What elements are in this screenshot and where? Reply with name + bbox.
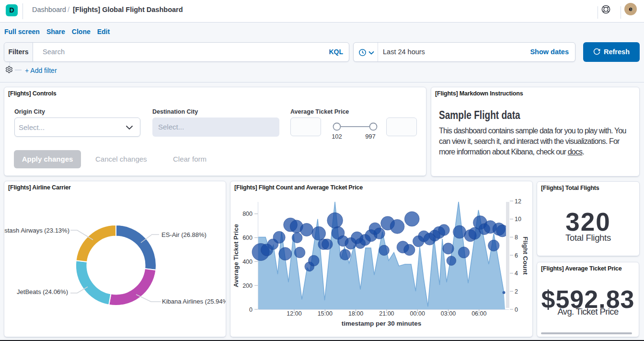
- svg-text:102: 102: [332, 133, 342, 140]
- svg-text:0: 0: [249, 306, 253, 313]
- svg-text:Average Ticket Price: Average Ticket Price: [232, 223, 240, 287]
- svg-text:4: 4: [515, 270, 518, 277]
- svg-text:timestamp per 30 minutes: timestamp per 30 minutes: [342, 320, 422, 327]
- svg-text:800: 800: [242, 211, 253, 217]
- svg-text:12: 12: [515, 198, 521, 205]
- svg-text:10: 10: [515, 216, 521, 223]
- svg-text:2: 2: [515, 288, 518, 295]
- svg-text:400: 400: [242, 259, 253, 265]
- svg-text:0: 0: [515, 306, 518, 313]
- svg-text:997: 997: [365, 133, 376, 140]
- svg-text:200: 200: [242, 282, 253, 289]
- svg-text:8: 8: [515, 234, 518, 241]
- svg-text:600: 600: [242, 235, 253, 241]
- svg-text:Flight Count: Flight Count: [522, 236, 529, 275]
- svg-text:6: 6: [515, 252, 518, 259]
